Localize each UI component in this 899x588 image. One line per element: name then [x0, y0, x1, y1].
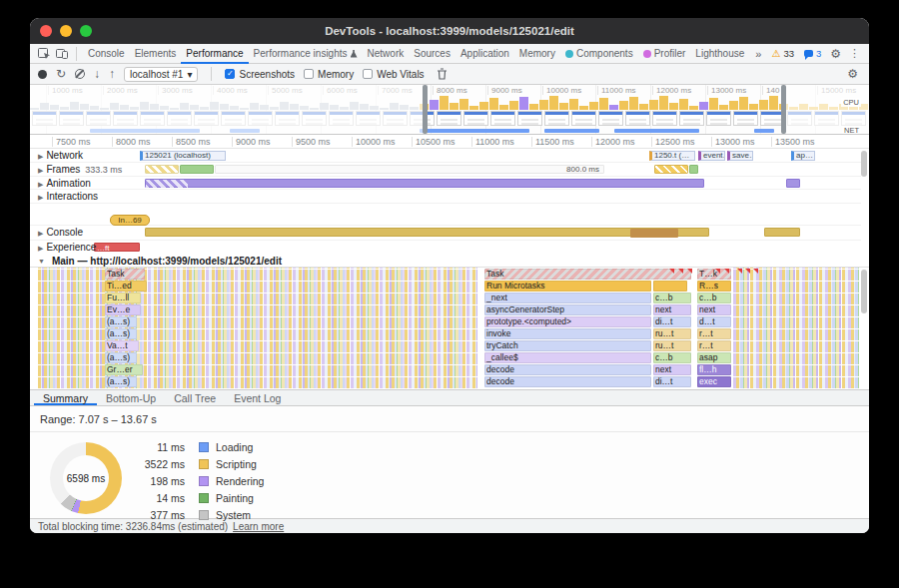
flame-frame[interactable]: (a…s): [105, 316, 137, 327]
settings-gear-icon[interactable]: ⚙: [827, 48, 844, 60]
disclosure-triangle-icon[interactable]: ▶: [38, 194, 43, 201]
timeline-ruler[interactable]: 7500 ms8000 ms8500 ms9000 ms9500 ms10000…: [30, 135, 869, 149]
flame-frame[interactable]: tryCatch: [484, 340, 651, 351]
flame-frame[interactable]: c…b: [653, 352, 691, 363]
bottom-tab-summary[interactable]: Summary: [34, 390, 97, 405]
flame-frame[interactable]: next: [653, 364, 691, 375]
flame-frame[interactable]: [653, 281, 687, 292]
flame-frame[interactable]: Task: [484, 269, 691, 280]
flame-frame[interactable]: Fu…ll: [105, 293, 141, 303]
interactions-track[interactable]: ▶Interactions: [30, 190, 861, 204]
flame-frame[interactable]: ru…t: [653, 328, 691, 339]
reload-and-record-icon[interactable]: ↻: [56, 68, 66, 80]
flame-frame[interactable]: r…t: [697, 340, 731, 351]
flame-frame[interactable]: c…b: [653, 293, 691, 303]
tab-components[interactable]: Components: [560, 44, 638, 64]
flame-frame[interactable]: _callee$: [484, 352, 651, 363]
flame-frame[interactable]: d…t: [697, 316, 731, 327]
messages-badge[interactable]: 3: [800, 48, 825, 59]
zoom-button[interactable]: [80, 25, 92, 37]
flame-frame[interactable]: di…t: [653, 376, 691, 387]
disclosure-triangle-icon[interactable]: ▶: [38, 153, 43, 160]
tab-sources[interactable]: Sources: [409, 44, 455, 64]
flame-frame[interactable]: decode: [484, 364, 651, 375]
screenshot-thumbnail[interactable]: [733, 111, 758, 126]
tab-network[interactable]: Network: [363, 44, 410, 64]
network-request[interactable]: 125021 (localhost): [140, 151, 226, 161]
flame-frame[interactable]: (a…s): [105, 328, 137, 339]
flame-frame[interactable]: R…s: [697, 281, 731, 292]
inspect-element-icon[interactable]: [36, 46, 52, 62]
flame-frame[interactable]: r…t: [697, 328, 731, 339]
screenshots-checkbox[interactable]: ✓ Screenshots: [225, 69, 295, 80]
memory-checkbox[interactable]: Memory: [304, 69, 354, 80]
experience-track[interactable]: ▶Experience …ft: [30, 241, 861, 255]
flame-frame[interactable]: prototype.<computed>: [484, 316, 651, 327]
network-request[interactable]: ap…: [791, 151, 815, 161]
screenshot-thumbnail[interactable]: [517, 111, 542, 126]
tab-profiler[interactable]: Profiler: [638, 44, 691, 64]
flame-frame[interactable]: di…t: [653, 316, 691, 327]
bottom-tab-call-tree[interactable]: Call Tree: [165, 390, 225, 405]
screenshot-thumbnail[interactable]: [437, 111, 461, 126]
flame-frame[interactable]: Ti…ed: [105, 281, 147, 292]
more-tabs-chevron-icon[interactable]: »: [751, 48, 765, 60]
bottom-tab-bottom-up[interactable]: Bottom-Up: [97, 390, 165, 405]
screenshot-thumbnail[interactable]: [652, 111, 677, 126]
bottom-tab-event-log[interactable]: Event Log: [225, 390, 290, 405]
flame-frame[interactable]: exec: [697, 376, 731, 387]
disclosure-triangle-icon[interactable]: ▶: [38, 167, 43, 174]
flame-frame[interactable]: ru…t: [653, 340, 691, 351]
timeline-overview[interactable]: 1000 ms2000 ms3000 ms4000 ms5000 ms6000 …: [30, 85, 869, 135]
screenshot-thumbnail[interactable]: [490, 111, 515, 126]
flame-frame[interactable]: _next: [484, 293, 651, 303]
frames-track[interactable]: ▶Frames333.3 ms 800.0 ms: [30, 163, 861, 177]
flame-frame[interactable]: fl…h: [697, 364, 731, 375]
screenshot-thumbnail[interactable]: [706, 111, 731, 126]
save-profile-icon[interactable]: ↑: [109, 68, 115, 80]
clear-recording-icon[interactable]: [75, 69, 85, 79]
tab-application[interactable]: Application: [455, 44, 514, 64]
tab-console[interactable]: Console: [83, 44, 130, 64]
network-request[interactable]: event…: [698, 151, 725, 161]
screenshot-thumbnail[interactable]: [544, 111, 569, 126]
flame-frame[interactable]: Run Microtasks: [484, 281, 651, 292]
kebab-menu-icon[interactable]: ⋮: [846, 47, 863, 60]
flame-frame[interactable]: (a…s): [105, 352, 137, 363]
capture-settings-gear-icon[interactable]: ⚙: [844, 68, 861, 80]
flame-frame[interactable]: invoke: [484, 328, 651, 339]
flame-frame[interactable]: asyncGeneratorStep: [484, 304, 651, 315]
flame-frame[interactable]: asap: [697, 352, 731, 363]
flame-frame[interactable]: Va…t: [105, 340, 139, 351]
network-request[interactable]: save…: [727, 151, 753, 161]
layout-shift-bar[interactable]: …ft: [94, 243, 140, 252]
main-track-header[interactable]: ▼ Main — http://localhost:3999/models/12…: [30, 255, 869, 268]
tab-lighthouse[interactable]: Lighthouse: [690, 44, 749, 64]
warnings-badge[interactable]: ⚠ 33: [767, 48, 798, 59]
selection-handle-left[interactable]: [423, 85, 428, 134]
flame-frame[interactable]: next: [697, 304, 731, 315]
animation-track[interactable]: ▶Animation: [30, 177, 861, 190]
screenshot-thumbnail[interactable]: [463, 111, 488, 126]
console-timing-bar[interactable]: [145, 228, 709, 237]
device-toolbar-icon[interactable]: [54, 46, 70, 62]
titlebar[interactable]: DevTools - localhost:3999/models/125021/…: [30, 18, 869, 44]
minimize-button[interactable]: [60, 25, 72, 37]
screenshot-thumbnail[interactable]: [625, 111, 650, 126]
tracks-scrollbar[interactable]: [861, 151, 867, 177]
console-track[interactable]: ▶Console: [30, 226, 861, 241]
garbage-collect-icon[interactable]: [434, 66, 451, 82]
flame-frame[interactable]: (a…s): [105, 376, 137, 387]
disclosure-triangle-icon[interactable]: ▶: [38, 181, 43, 188]
animation-bar[interactable]: [786, 179, 800, 188]
history-select[interactable]: localhost #1 ▾: [124, 67, 198, 82]
console-timing-bar[interactable]: [764, 228, 800, 237]
web-vitals-checkbox[interactable]: Web Vitals: [363, 69, 424, 80]
screenshot-thumbnail[interactable]: [679, 111, 704, 126]
disclosure-triangle-icon[interactable]: ▶: [38, 245, 43, 252]
screenshot-thumbnail[interactable]: [571, 111, 596, 126]
frame-bar[interactable]: [180, 165, 214, 174]
flame-scrollbar[interactable]: [861, 270, 867, 313]
flame-frame[interactable]: Ev…e: [105, 304, 141, 315]
flame-frame[interactable]: Gr…er: [105, 364, 143, 375]
